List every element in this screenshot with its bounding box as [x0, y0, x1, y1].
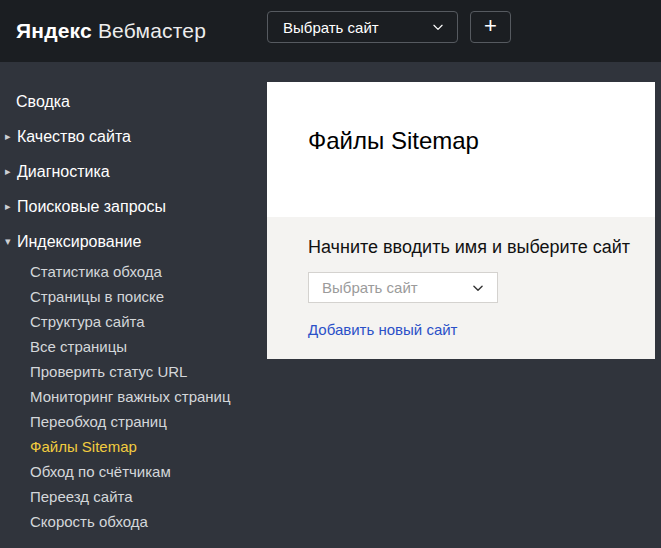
yandex-webmaster-logo[interactable]: Яндекс Вебмастер [16, 0, 206, 62]
sidebar-item-label: Поисковые запросы [17, 198, 166, 216]
expand-arrow-icon: ▸ [5, 166, 11, 177]
sidebar-subitem-label: Страницы в поиске [30, 288, 164, 305]
add-site-button[interactable]: + [470, 11, 511, 43]
expand-arrow-icon: ▸ [5, 201, 11, 212]
header-site-select-value: Выбрать сайт [283, 19, 431, 36]
header-site-select[interactable]: Выбрать сайт [267, 11, 458, 43]
sidebar-subitem-label: Мониторинг важных страниц [30, 388, 231, 405]
sidebar-item-diagnostics[interactable]: ▸ Диагностика [0, 154, 267, 189]
sidebar-subitem-label: Структура сайта [30, 313, 145, 330]
add-new-site-link[interactable]: Добавить новый сайт [308, 321, 457, 338]
logo-brand: Яндекс [16, 19, 92, 43]
sidebar-subitem-label: Переезд сайта [30, 488, 133, 505]
sidebar-item-crawl-by-counters[interactable]: Обход по счётчикам [0, 459, 267, 484]
sidebar-subitem-label: Обход по счётчикам [30, 463, 171, 480]
sidebar-item-site-structure[interactable]: Структура сайта [0, 309, 267, 334]
sidebar-subitem-label: Скорость обхода [30, 513, 148, 530]
sidebar-item-label: Качество сайта [17, 128, 131, 146]
sidebar-item-indexing[interactable]: ▾ Индексирование [0, 224, 267, 259]
picker-heading: Начните вводить имя и выберите сайт [308, 237, 655, 258]
sidebar-item-important-pages-monitoring[interactable]: Мониторинг важных страниц [0, 384, 267, 409]
sidebar-subitem-label: Все страницы [30, 338, 127, 355]
site-select-dropdown[interactable]: Выбрать сайт [308, 272, 498, 303]
plus-icon: + [484, 15, 497, 37]
title-panel: Файлы Sitemap [267, 82, 655, 217]
sidebar-item-sitemap-files[interactable]: Файлы Sitemap [0, 434, 267, 459]
sidebar-subitem-label-active: Файлы Sitemap [30, 438, 137, 455]
sidebar-subitem-label: Статистика обхода [30, 263, 162, 280]
sidebar-item-check-url-status[interactable]: Проверить статус URL [0, 359, 267, 384]
sidebar-item-search-queries[interactable]: ▸ Поисковые запросы [0, 189, 267, 224]
logo-product: Вебмастер [98, 19, 206, 43]
expand-arrow-icon: ▸ [5, 131, 11, 142]
top-header: Яндекс Вебмастер Выбрать сайт + [0, 0, 661, 62]
sidebar-item-crawl-speed[interactable]: Скорость обхода [0, 509, 267, 534]
site-picker-panel: Начните вводить имя и выберите сайт Выбр… [267, 217, 655, 359]
sidebar-nav: Сводка ▸ Качество сайта ▸ Диагностика ▸ … [0, 62, 267, 548]
sidebar-item-crawl-statistics[interactable]: Статистика обхода [0, 259, 267, 284]
sidebar-item-label: Индексирование [17, 233, 141, 251]
sidebar-item-site-quality[interactable]: ▸ Качество сайта [0, 119, 267, 154]
sidebar-item-recrawl-pages[interactable]: Переобход страниц [0, 409, 267, 434]
sidebar-item-site-move[interactable]: Переезд сайта [0, 484, 267, 509]
chevron-down-icon [471, 281, 485, 295]
site-select-placeholder: Выбрать сайт [322, 279, 471, 296]
sidebar-item-pages-in-search[interactable]: Страницы в поиске [0, 284, 267, 309]
collapse-arrow-icon: ▾ [5, 236, 11, 247]
sidebar-item-all-pages[interactable]: Все страницы [0, 334, 267, 359]
sidebar-subitem-label: Проверить статус URL [30, 363, 187, 380]
page-title: Файлы Sitemap [308, 127, 655, 155]
sidebar-item-label: Диагностика [17, 163, 110, 181]
main-content: Файлы Sitemap Начните вводить имя и выбе… [267, 82, 655, 359]
sidebar-item-summary[interactable]: Сводка [0, 84, 267, 119]
chevron-down-icon [431, 20, 445, 34]
sidebar-item-label: Сводка [16, 93, 70, 111]
sidebar-subitem-label: Переобход страниц [30, 413, 167, 430]
